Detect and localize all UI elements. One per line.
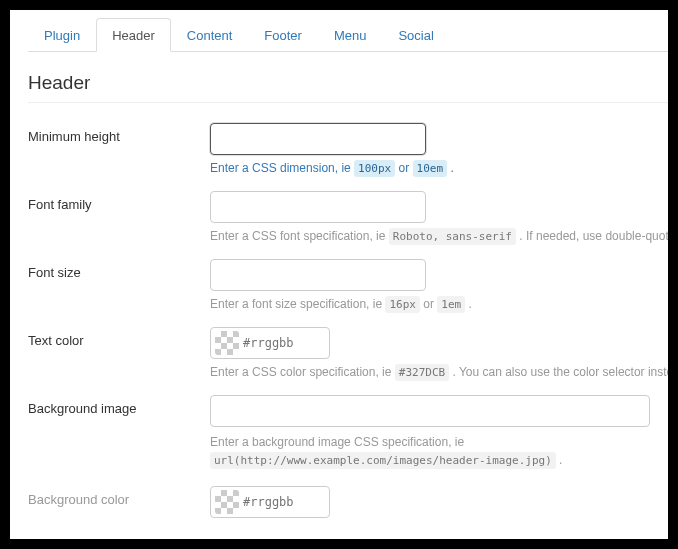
color-swatch-icon[interactable] [215,331,239,355]
settings-panel: Plugin Header Content Footer Menu Social… [10,10,668,539]
input-font-family[interactable] [210,191,426,223]
row-font-family: Font family Enter a CSS font specificati… [28,191,668,243]
help-text-color: Enter a CSS color specification, ie #327… [210,365,668,379]
label-bg-color: Background color [28,486,210,507]
tab-content[interactable]: Content [171,18,249,52]
tab-plugin[interactable]: Plugin [28,18,96,52]
tabs-nav: Plugin Header Content Footer Menu Social [28,18,668,52]
code-sample: 16px [385,296,420,313]
help-bg-image: Enter a background image CSS specificati… [210,433,668,470]
row-bg-color: Background color [28,486,668,518]
input-text-color[interactable] [243,336,323,350]
section-title: Header [28,72,668,103]
code-sample: #327DCB [395,364,449,381]
label-bg-image: Background image [28,395,210,416]
tab-footer[interactable]: Footer [248,18,318,52]
label-text-color: Text color [28,327,210,348]
input-font-size[interactable] [210,259,426,291]
color-picker-text-color[interactable] [210,327,330,359]
row-bg-image: Background image Enter a background imag… [28,395,668,470]
code-sample: 10em [413,160,448,177]
code-sample: 1em [437,296,465,313]
tab-header[interactable]: Header [96,18,171,52]
label-font-family: Font family [28,191,210,212]
help-font-size: Enter a font size specification, ie 16px… [210,297,668,311]
color-picker-bg-color[interactable] [210,486,330,518]
code-sample: 100px [354,160,395,177]
code-sample: url(http://www.example.com/images/header… [210,452,556,469]
help-min-height: Enter a CSS dimension, ie 100px or 10em … [210,161,668,175]
color-swatch-icon[interactable] [215,490,239,514]
tab-social[interactable]: Social [382,18,449,52]
code-sample: Roboto, sans-serif [389,228,516,245]
input-bg-color[interactable] [243,495,323,509]
help-font-family: Enter a CSS font specification, ie Robot… [210,229,668,243]
label-min-height: Minimum height [28,123,210,144]
input-min-height[interactable] [210,123,426,155]
row-text-color: Text color Enter a CSS color specificati… [28,327,668,379]
row-font-size: Font size Enter a font size specificatio… [28,259,668,311]
tab-menu[interactable]: Menu [318,18,383,52]
row-min-height: Minimum height Enter a CSS dimension, ie… [28,123,668,175]
label-font-size: Font size [28,259,210,280]
input-bg-image[interactable] [210,395,650,427]
